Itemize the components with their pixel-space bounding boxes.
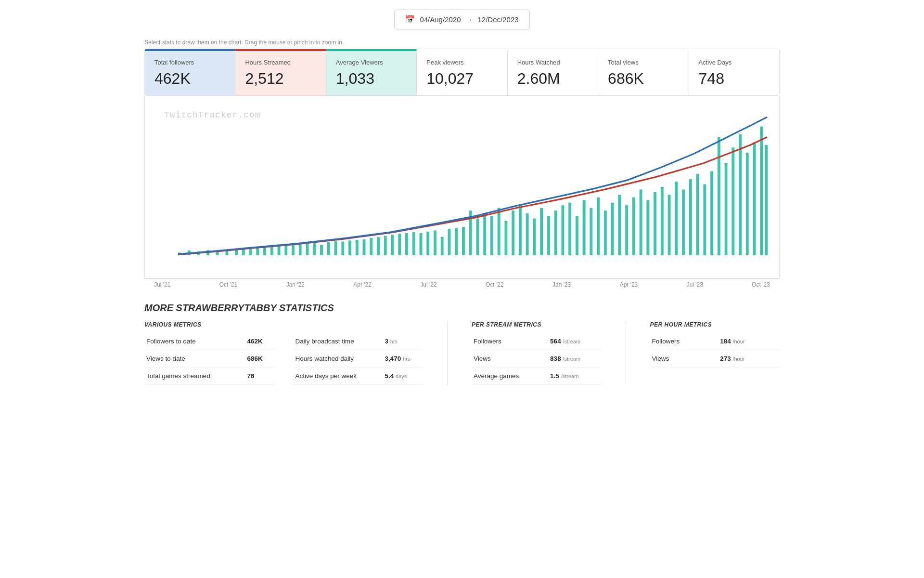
svg-rect-59	[604, 210, 607, 255]
svg-rect-54	[568, 203, 571, 255]
metric-value: 462K	[245, 333, 274, 350]
metric-value: 3,470 hrs	[383, 350, 423, 368]
metric-label: Active days per week	[294, 368, 383, 385]
divider	[447, 321, 448, 385]
date-end: 12/Dec/2023	[478, 15, 519, 24]
svg-rect-14	[284, 245, 287, 255]
stat-value-active-days: 748	[699, 70, 770, 88]
stat-card-average-viewers[interactable]: Average Viewers 1,033	[326, 49, 417, 95]
stat-card-hours-watched[interactable]: Hours Watched 2.60M	[508, 49, 598, 95]
bottom-title: MORE STRAWBERRYTABBY STATISTICS	[144, 302, 780, 314]
svg-rect-57	[590, 208, 592, 255]
svg-rect-50	[540, 208, 543, 255]
svg-rect-69	[675, 182, 678, 255]
stat-card-hours-streamed[interactable]: Hours Streamed 2,512	[235, 49, 326, 95]
metric-value: 5.4 days	[383, 368, 423, 385]
various-metrics-table: Followers to date 462K Views to date 686…	[144, 333, 274, 385]
svg-rect-31	[405, 233, 408, 255]
broadcast-metrics-col: PLACEHOLDER Daily broadcast time 3 hrs H…	[294, 321, 424, 385]
svg-rect-43	[490, 216, 493, 255]
svg-rect-34	[426, 232, 429, 255]
broadcast-metrics-table: Daily broadcast time 3 hrs Hours watched…	[294, 333, 424, 385]
svg-rect-19	[320, 245, 323, 255]
x-axis-label: Apr '23	[620, 281, 638, 288]
stat-label-hours-streamed: Hours Streamed	[245, 59, 316, 66]
metric-label: Followers	[472, 333, 548, 350]
metrics-row: Followers to date 462K	[144, 333, 274, 350]
svg-rect-80	[753, 142, 756, 255]
metric-label: Total games streamed	[144, 368, 245, 385]
per-hour-metrics-col: PER HOUR METRICS Followers 184 /hour Vie…	[650, 321, 780, 385]
stat-label-active-days: Active Days	[699, 59, 770, 66]
svg-rect-44	[498, 208, 500, 255]
stat-card-active-days[interactable]: Active Days 748	[689, 49, 779, 95]
svg-rect-52	[554, 210, 557, 255]
metric-label: Views to date	[144, 350, 245, 368]
stat-card-total-followers[interactable]: Total followers 462K	[145, 49, 235, 95]
metrics-row: Views to date 686K	[144, 350, 274, 368]
metric-value: 184 /hour	[718, 333, 780, 350]
x-axis-labels: Jul '21Oct '21Jan '22Apr '22Jul '22Oct '…	[144, 279, 780, 288]
svg-rect-51	[547, 216, 550, 255]
svg-rect-48	[526, 213, 529, 255]
stat-value-total-views: 686K	[608, 70, 679, 88]
metrics-row: Views 838 /stream	[472, 350, 602, 368]
svg-rect-62	[625, 205, 628, 255]
svg-rect-75	[718, 137, 720, 255]
metrics-row: Followers 184 /hour	[650, 333, 780, 350]
various-metrics-col: VARIOUS METRICS Followers to date 462K V…	[144, 321, 274, 385]
calendar-icon: 📅	[405, 15, 415, 24]
metric-label: Daily broadcast time	[294, 333, 383, 350]
stat-card-peak-viewers[interactable]: Peak viewers 10,027	[417, 49, 507, 95]
svg-rect-53	[561, 205, 564, 255]
x-axis-label: Jan '22	[286, 281, 305, 288]
svg-rect-66	[654, 192, 656, 255]
svg-rect-58	[597, 197, 600, 255]
helper-text: Select stats to draw them on the chart. …	[144, 39, 780, 46]
x-axis-label: Jul '21	[154, 281, 170, 288]
svg-rect-67	[661, 187, 664, 255]
metric-label: Views	[472, 350, 548, 368]
svg-rect-27	[377, 237, 380, 255]
divider2	[626, 321, 626, 385]
svg-rect-78	[739, 134, 742, 255]
x-axis-label: Jul '23	[687, 281, 703, 288]
svg-rect-11	[263, 247, 266, 255]
svg-rect-28	[384, 236, 387, 255]
x-axis-label: Apr '22	[353, 281, 372, 288]
stat-label-total-followers: Total followers	[154, 59, 225, 66]
svg-rect-32	[412, 232, 415, 255]
x-axis-label: Jul '22	[420, 281, 436, 288]
svg-rect-29	[391, 235, 394, 255]
stat-label-total-views: Total views	[608, 59, 679, 66]
svg-rect-16	[299, 244, 302, 255]
metrics-row: Daily broadcast time 3 hrs	[294, 333, 424, 350]
svg-rect-26	[370, 238, 372, 255]
stat-value-hours-watched: 2.60M	[517, 70, 588, 88]
svg-rect-68	[668, 195, 671, 255]
metric-label: Followers to date	[144, 333, 245, 350]
stat-label-hours-watched: Hours Watched	[517, 59, 588, 66]
metrics-row: Total games streamed 76	[144, 368, 274, 385]
chart-svg	[154, 105, 770, 274]
svg-rect-21	[334, 241, 337, 255]
svg-rect-79	[746, 153, 749, 255]
metric-value: 3 hrs	[383, 333, 423, 350]
metric-label: Followers	[650, 333, 719, 350]
stat-label-peak-viewers: Peak viewers	[426, 59, 497, 66]
metric-value: 273 /hour	[718, 350, 780, 368]
stat-card-total-views[interactable]: Total views 686K	[598, 49, 689, 95]
svg-rect-47	[519, 205, 522, 255]
metric-label: Hours watched daily	[294, 350, 383, 368]
svg-rect-35	[434, 231, 436, 255]
chart-container: TwitchTracker.com	[144, 96, 780, 279]
per-stream-metrics-col: PER STREAM METRICS Followers 564 /stream…	[472, 321, 602, 385]
svg-rect-12	[270, 246, 273, 255]
metrics-row: Views 273 /hour	[650, 350, 780, 368]
date-range-picker[interactable]: 📅 04/Aug/2020 → 12/Dec/2023	[394, 10, 529, 29]
stat-value-total-followers: 462K	[154, 70, 225, 88]
svg-rect-71	[689, 179, 692, 255]
per-hour-metrics-header: PER HOUR METRICS	[650, 321, 780, 328]
x-axis-label: Jan '23	[552, 281, 571, 288]
svg-rect-22	[341, 241, 344, 255]
